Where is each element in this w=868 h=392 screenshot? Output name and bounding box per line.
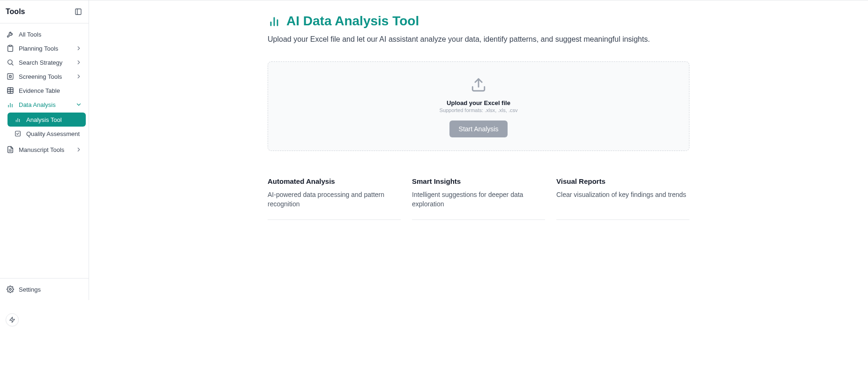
sidebar-body: All Tools Planning Tools Search Strategy xyxy=(0,23,89,278)
feature-visual-reports: Visual Reports Clear visualization of ke… xyxy=(556,170,689,220)
page-title: AI Data Analysis Tool xyxy=(286,14,419,29)
feature-title: Smart Insights xyxy=(412,177,545,185)
sidebar-item-label: Quality Assessment xyxy=(26,130,80,137)
svg-marker-25 xyxy=(10,317,15,323)
svg-point-3 xyxy=(8,60,12,64)
quick-action-button[interactable] xyxy=(6,313,19,326)
sidebar-item-label: Evidence Table xyxy=(19,87,60,94)
lightning-icon xyxy=(9,317,15,323)
feature-desc: Clear visualization of key findings and … xyxy=(556,190,689,199)
feature-title: Automated Analysis xyxy=(268,177,401,185)
page-subtitle: Upload your Excel file and let our AI as… xyxy=(268,35,689,44)
sidebar-item-data-analysis[interactable]: Data Analysis xyxy=(3,98,86,112)
settings-icon xyxy=(7,286,14,293)
sidebar-item-label: Settings xyxy=(19,286,41,293)
sidebar-item-label: All Tools xyxy=(19,31,41,38)
sidebar-footer: Settings xyxy=(0,278,89,300)
sidebar-item-label: Screening Tools xyxy=(19,73,62,80)
sidebar-item-manuscript-tools[interactable]: Manuscript Tools xyxy=(3,143,86,157)
check-square-icon xyxy=(14,130,22,137)
svg-rect-17 xyxy=(15,131,21,136)
panel-left-icon xyxy=(75,8,82,15)
sidebar-item-label: Data Analysis xyxy=(19,101,56,108)
sidebar-item-planning-tools[interactable]: Planning Tools xyxy=(3,41,86,55)
sidebar-item-screening-tools[interactable]: Screening Tools xyxy=(3,69,86,83)
upload-heading: Upload your Excel file xyxy=(277,99,680,106)
feature-desc: AI-powered data processing and pattern r… xyxy=(268,190,401,209)
sidebar-item-analysis-tool[interactable]: Analysis Tool xyxy=(7,113,86,127)
svg-rect-6 xyxy=(9,75,11,77)
wrench-icon xyxy=(7,30,14,38)
feature-automated-analysis: Automated Analysis AI-powered data proce… xyxy=(268,170,401,220)
start-analysis-button[interactable]: Start Analysis xyxy=(449,121,508,137)
main-content: AI Data Analysis Tool Upload your Excel … xyxy=(89,0,868,300)
sidebar-item-all-tools[interactable]: All Tools xyxy=(3,27,86,41)
svg-rect-5 xyxy=(7,74,13,79)
sidebar-item-label: Manuscript Tools xyxy=(19,146,64,153)
upload-zone[interactable]: Upload your Excel file Supported formats… xyxy=(268,61,689,151)
search-icon xyxy=(7,59,14,66)
sidebar-item-search-strategy[interactable]: Search Strategy xyxy=(3,55,86,69)
sidebar-title: Tools xyxy=(6,8,25,16)
bar-chart-icon xyxy=(14,116,22,123)
upload-icon xyxy=(471,77,486,93)
svg-point-20 xyxy=(9,288,11,290)
chevron-down-icon xyxy=(75,101,82,108)
chevron-right-icon xyxy=(75,45,82,52)
upload-formats: Supported formats: .xlsx, .xls, .csv xyxy=(277,107,680,113)
sidebar-collapse-button[interactable] xyxy=(74,7,83,16)
feature-desc: Intelligent suggestions for deeper data … xyxy=(412,190,545,209)
svg-rect-0 xyxy=(75,9,81,15)
file-text-icon xyxy=(7,146,14,153)
sidebar-header: Tools xyxy=(0,0,89,23)
svg-line-4 xyxy=(12,64,13,65)
table-icon xyxy=(7,87,14,94)
sidebar-item-quality-assessment[interactable]: Quality Assessment xyxy=(7,127,86,141)
bar-chart-icon xyxy=(7,101,14,108)
chevron-right-icon xyxy=(75,59,82,66)
sidebar-item-settings[interactable]: Settings xyxy=(3,282,86,296)
page-title-row: AI Data Analysis Tool xyxy=(268,14,689,29)
chevron-right-icon xyxy=(75,146,82,153)
sidebar-item-label: Search Strategy xyxy=(19,59,62,66)
grid-dots-icon xyxy=(7,73,14,80)
chevron-right-icon xyxy=(75,73,82,80)
feature-smart-insights: Smart Insights Intelligent suggestions f… xyxy=(412,170,545,220)
bar-chart-icon xyxy=(268,15,281,28)
clipboard-icon xyxy=(7,45,14,52)
features-row: Automated Analysis AI-powered data proce… xyxy=(268,170,689,220)
feature-title: Visual Reports xyxy=(556,177,689,185)
sidebar-item-label: Analysis Tool xyxy=(26,116,62,123)
sidebar: Tools All Tools Planning Tools xyxy=(0,0,89,300)
sidebar-item-evidence-table[interactable]: Evidence Table xyxy=(3,83,86,98)
svg-rect-2 xyxy=(9,45,11,46)
subnav-data-analysis: Analysis Tool Quality Assessment xyxy=(3,113,86,141)
sidebar-item-label: Planning Tools xyxy=(19,45,58,52)
